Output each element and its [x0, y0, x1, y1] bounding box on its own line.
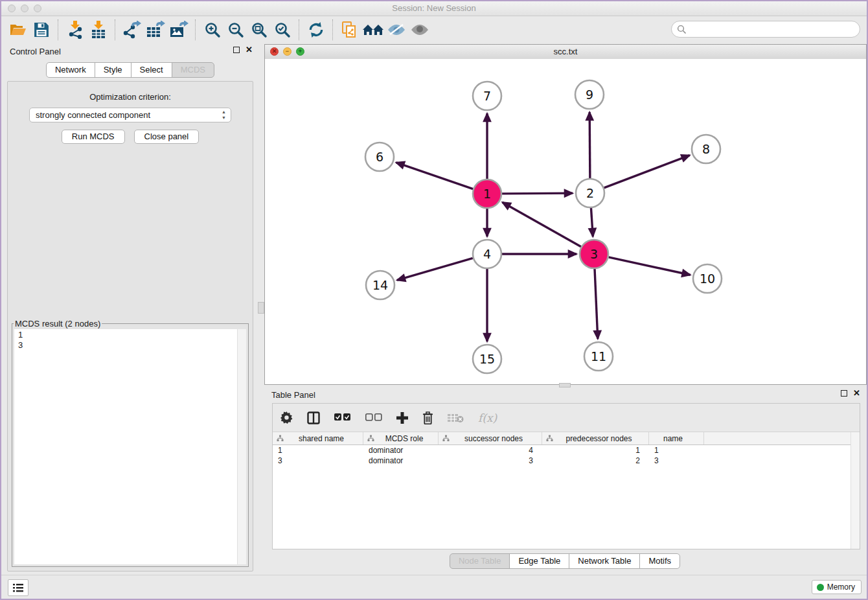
cell-mcds-role[interactable]: dominator: [363, 445, 439, 456]
node-label-14: 14: [372, 278, 388, 292]
table-toolbar: f(x): [273, 404, 860, 432]
horizontal-splitter-handle[interactable]: [559, 383, 571, 387]
table-scrollbar[interactable]: [851, 432, 860, 549]
refresh-icon[interactable]: [304, 19, 328, 41]
network-canvas[interactable]: 7968124314101511: [265, 59, 866, 384]
table-header-row: shared nameMCDS rolesuccessor nodesprede…: [273, 432, 851, 445]
float-table-panel-icon[interactable]: [841, 390, 847, 397]
show-all-icon[interactable]: [408, 19, 431, 41]
cell-predecessor-nodes[interactable]: 1: [542, 445, 649, 456]
tab-edge-table[interactable]: Edge Table: [509, 553, 569, 569]
table-settings-icon[interactable]: [280, 411, 293, 424]
save-session-icon[interactable]: [30, 19, 53, 41]
import-table-icon[interactable]: [87, 19, 110, 41]
mcds-result-list[interactable]: 13: [14, 329, 246, 564]
function-builder-icon[interactable]: f(x): [478, 411, 497, 424]
result-item[interactable]: 1: [14, 329, 246, 340]
table-panel-content: f(x) shared nameMCDS rolesuccessor nodes…: [272, 403, 860, 549]
memory-button[interactable]: Memory: [812, 580, 862, 594]
edge-2-9[interactable]: [589, 112, 590, 178]
cell-shared-name[interactable]: 3: [273, 456, 363, 466]
mcds-tab-content: Optimization criterion: strongly connect…: [7, 81, 253, 571]
edge-1-2[interactable]: [502, 193, 573, 194]
toolbar-separator: [332, 19, 334, 40]
run-mcds-button[interactable]: Run MCDS: [62, 130, 125, 144]
edge-2-8[interactable]: [604, 156, 690, 188]
tab-select[interactable]: Select: [131, 62, 172, 78]
zoom-selected-icon[interactable]: [271, 19, 294, 41]
edge-2-3[interactable]: [591, 208, 593, 237]
node-table[interactable]: shared nameMCDS rolesuccessor nodesprede…: [273, 432, 851, 549]
zoom-in-icon[interactable]: [201, 19, 224, 41]
selected-option: strongly connected component: [36, 110, 150, 120]
vertical-splitter-handle[interactable]: [258, 302, 264, 314]
close-panel-button[interactable]: Close panel: [134, 130, 200, 144]
import-network-icon[interactable]: [63, 19, 87, 41]
node-label-15: 15: [479, 352, 495, 366]
column-header-predecessor-nodes[interactable]: predecessor nodes: [542, 432, 649, 444]
hide-selected-icon[interactable]: [385, 19, 408, 41]
delete-column-icon[interactable]: [422, 411, 433, 424]
zoom-fit-icon[interactable]: [247, 19, 271, 41]
node-label-2: 2: [586, 186, 594, 200]
graph-nodes[interactable]: 7968124314101511: [365, 80, 722, 373]
cell-name[interactable]: 3: [649, 456, 704, 466]
node-label-11: 11: [591, 349, 606, 363]
edge-3-1[interactable]: [503, 202, 581, 246]
deselect-columns-icon[interactable]: [365, 413, 382, 422]
cell-successor-nodes[interactable]: 4: [439, 445, 542, 456]
node-label-8: 8: [702, 142, 710, 156]
column-header-mcds-role[interactable]: MCDS role: [363, 432, 439, 444]
main-toolbar: [1, 16, 867, 44]
search-input[interactable]: [671, 21, 860, 38]
edge-3-11[interactable]: [595, 269, 598, 339]
split-columns-icon[interactable]: [307, 411, 320, 424]
column-header-name[interactable]: name: [649, 432, 704, 444]
memory-label: Memory: [827, 583, 855, 592]
graph-edges[interactable]: [396, 112, 691, 341]
close-table-panel-icon[interactable]: ✕: [853, 390, 860, 397]
optimization-criterion-select[interactable]: strongly connected component ▲▼: [29, 108, 231, 122]
node-label-6: 6: [376, 150, 383, 164]
home-icon[interactable]: [361, 19, 385, 41]
tab-network-table[interactable]: Network Table: [569, 553, 640, 569]
column-header-successor-nodes[interactable]: successor nodes: [439, 432, 542, 444]
export-image-icon[interactable]: [167, 19, 190, 41]
cell-successor-nodes[interactable]: 3: [439, 456, 542, 466]
export-network-icon[interactable]: [120, 19, 144, 41]
tab-motifs[interactable]: Motifs: [639, 553, 680, 569]
node-label-10: 10: [700, 271, 715, 286]
tab-node-table[interactable]: Node Table: [450, 553, 510, 569]
task-history-button[interactable]: [8, 579, 29, 596]
edge-3-10[interactable]: [608, 257, 690, 275]
close-panel-icon[interactable]: ✕: [246, 47, 253, 53]
cell-predecessor-nodes[interactable]: 2: [542, 456, 649, 466]
table-row[interactable]: 1dominator411: [273, 445, 851, 456]
open-file-icon[interactable]: [6, 19, 30, 41]
node-label-4: 4: [483, 247, 491, 261]
table-panel-title: Table Panel: [271, 390, 315, 400]
export-table-icon[interactable]: [144, 19, 167, 41]
network-window-titlebar[interactable]: ✕ − + scc.txt: [265, 45, 866, 60]
delete-table-icon[interactable]: [448, 413, 464, 423]
result-item[interactable]: 3: [14, 340, 246, 350]
tab-network[interactable]: Network: [46, 62, 95, 78]
edge-4-14[interactable]: [397, 258, 473, 280]
tab-mcds[interactable]: MCDS: [172, 62, 214, 78]
zoom-out-icon[interactable]: [224, 19, 247, 41]
float-panel-icon[interactable]: [233, 47, 240, 53]
duplicate-network-icon[interactable]: [338, 19, 361, 41]
table-row[interactable]: 3dominator323: [273, 456, 851, 466]
cell-mcds-role[interactable]: dominator: [363, 456, 439, 466]
select-all-columns-icon[interactable]: [334, 413, 351, 422]
result-scrollbar[interactable]: [237, 329, 246, 564]
network-graph[interactable]: 7968124314101511: [265, 59, 866, 384]
add-column-icon[interactable]: [396, 412, 408, 424]
edge-1-6[interactable]: [396, 163, 474, 189]
window-title: Session: New Session: [1, 3, 867, 13]
cell-name[interactable]: 1: [649, 445, 704, 456]
search-field[interactable]: [687, 25, 860, 34]
tab-style[interactable]: Style: [95, 62, 131, 78]
column-header-shared-name[interactable]: shared name: [273, 432, 363, 444]
cell-shared-name[interactable]: 1: [273, 445, 363, 456]
